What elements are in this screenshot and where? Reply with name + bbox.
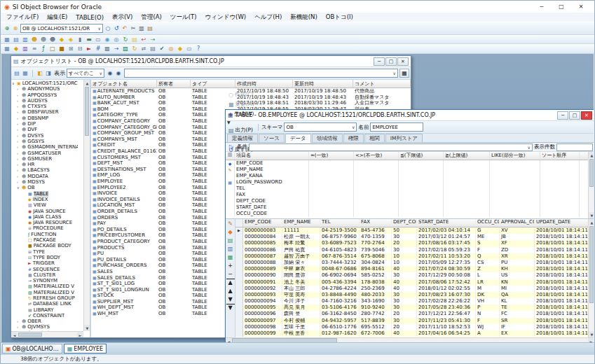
tree-schema-ober[interactable]: ›☻OBER	[12, 318, 78, 324]
new-trigger-icon[interactable]: ►	[85, 46, 93, 53]
new-sequence-icon[interactable]: #	[94, 46, 102, 53]
condition-row-emp_code[interactable]: ◆EMP_CODE	[226, 160, 588, 167]
tree-schema-mddata[interactable]: ›☻MDDATA	[12, 174, 78, 179]
tab-storage[interactable]: 領域情報	[312, 134, 343, 142]
new-procedure-icon[interactable]: ≡	[30, 46, 39, 53]
new-type-body-icon[interactable]: ⊟	[76, 46, 84, 53]
objwin-minimize-button[interactable]: ─	[374, 57, 385, 66]
tree-schema-mdsys[interactable]: ›☻MDSYS	[12, 179, 78, 185]
new-package-body-icon[interactable]: ■	[57, 46, 66, 53]
column-header[interactable]: =(一致)	[309, 152, 354, 160]
condition-cell[interactable]	[540, 186, 580, 192]
column-header[interactable]: <>(不一致)	[354, 152, 399, 160]
tree-schema-gsmadmin_internal[interactable]: ›☻GSMADMIN_INTERNAL	[12, 144, 78, 150]
tree-vertical-scrollbar[interactable]: ▲ ▼	[83, 80, 90, 331]
tree-schema-dvsys[interactable]: ›☻DVSYS	[12, 133, 78, 139]
condition-cell[interactable]	[354, 198, 399, 204]
data-row[interactable]: 0000000099中根 里香012-987-1620672-700640201…	[235, 330, 588, 337]
condition-cell[interactable]	[309, 167, 354, 173]
data-row[interactable]: 0000000088加納 栄々03-7444-3232304-082410201…	[235, 260, 588, 266]
condition-cell[interactable]	[309, 198, 354, 204]
empwin-minimize-button[interactable]: ─	[557, 111, 568, 120]
tree-schema-lbacsys[interactable]: ›☻LBACSYS	[12, 167, 78, 173]
condition-cell[interactable]	[354, 167, 399, 173]
condition-cell[interactable]	[444, 211, 490, 217]
condition-cell[interactable]	[490, 198, 540, 204]
column-header[interactable]: EMP_CODE	[243, 219, 282, 227]
condition-cell[interactable]	[540, 211, 580, 217]
tab-definition[interactable]: 定義情報	[227, 134, 258, 142]
column-header[interactable]: LIKE(部分一致)	[490, 152, 540, 160]
session-browser-icon[interactable]: ◆	[176, 46, 184, 53]
tree-item-materialized-v[interactable]: ▨MATERIALIZED V	[12, 290, 78, 295]
recycle-bin-icon[interactable]: ◎	[167, 46, 175, 53]
data-row[interactable]: ▶00000000831111104-2519-3500845-47365020…	[235, 227, 588, 234]
condition-run-icon[interactable]: ▷	[227, 144, 235, 151]
new-view-icon[interactable]: ▥	[21, 46, 29, 53]
condition-cell[interactable]	[540, 204, 580, 211]
condition-cell[interactable]	[354, 186, 399, 192]
maximize-button[interactable]: □	[552, 1, 571, 12]
tree-schema-appqossys[interactable]: ›☻APPQOSSYS	[12, 92, 78, 98]
report-icon[interactable]: ▦	[226, 253, 235, 261]
first-row-icon[interactable]: ▲	[226, 279, 235, 286]
column-header[interactable]: EMP_NAME	[282, 219, 320, 227]
menu-item-view[interactable]: 表示(V)	[108, 13, 137, 22]
condition-cell[interactable]	[444, 198, 490, 204]
menu-item-window[interactable]: ウィンドウ(W)	[201, 13, 251, 22]
window-cascade-icon[interactable]: ▦	[3, 36, 11, 43]
tree-toggle-icon[interactable]: ▤	[13, 69, 21, 77]
data-row[interactable]: 0000000090岡田 亜弥06-6902-0694585-025230201…	[235, 272, 588, 279]
column-header[interactable]: 作成日時	[235, 80, 293, 88]
employee-titlebar[interactable]: ▦ TABLE - OB.EMPLOYEE @ LOCALHOST:1521/O…	[226, 110, 594, 121]
menu-item-ob-toko[interactable]: OBトコ(I)	[322, 13, 357, 22]
generate-dropdown-icon[interactable]: ▼	[227, 120, 231, 125]
data-grid-vertical-scrollbar[interactable]: ▲ ▼	[588, 219, 594, 337]
condition-cell[interactable]	[540, 192, 580, 198]
data-row[interactable]: 0000000084松原 一朗太06-8757-9960470-13593020…	[235, 234, 588, 240]
new-refresh-group-icon[interactable]: ↻	[130, 46, 139, 53]
tree-schema-gsmcatuser[interactable]: ›☻GSMCATUSER	[12, 150, 78, 156]
new-cluster-icon[interactable]: ▩	[103, 46, 111, 53]
tree-item-database-link[interactable]: ⇄DATABASE LINK	[12, 301, 78, 307]
objwin-close-button[interactable]: ✕	[397, 57, 409, 66]
column-header[interactable]: DEPT_CODE	[392, 219, 417, 227]
user-add-icon[interactable]: ☻	[30, 36, 39, 43]
scroll-up-icon[interactable]: ▲	[589, 219, 594, 225]
taskbar-button-objectlist[interactable]: ▣OB@LOCALHO…	[2, 344, 62, 354]
condition-cell[interactable]	[490, 204, 540, 211]
data-row[interactable]: 0000000087越智 万由子067-876-3514675-80681020…	[235, 253, 588, 260]
next-row-icon[interactable]: ▼	[226, 295, 235, 303]
user-icon[interactable]: ☻	[39, 36, 48, 43]
tree-item-library[interactable]: ▤LIBRARY	[12, 307, 78, 313]
column-header[interactable]: 更新日時	[293, 80, 353, 88]
condition-cell[interactable]	[444, 167, 490, 173]
data-row[interactable]: 0000000086戸田 祐寛04-6105-4823739-504630201…	[235, 247, 588, 253]
new-table-icon[interactable]: ▦	[3, 46, 11, 53]
tree-schema-ctxsys[interactable]: ›☻CTXSYS	[12, 104, 78, 109]
rollback-icon[interactable]: ↺	[112, 24, 121, 32]
scroll-thumb[interactable]	[589, 159, 594, 187]
scroll-up-icon[interactable]: ▲	[84, 80, 90, 86]
new-constraint-icon[interactable]: ✔	[158, 46, 166, 53]
data-row[interactable]: 0000000091池上 冬美005-436-3394178-803840201…	[235, 279, 588, 286]
column-header[interactable]: START_DATE	[417, 219, 476, 227]
object-list-icon[interactable]: ▥	[21, 36, 29, 43]
tree-item-table[interactable]: ▦TABLE	[12, 191, 78, 197]
copy-grid-icon[interactable]: ▥	[226, 245, 235, 253]
sort-desc-icon[interactable]: ◨	[44, 69, 53, 77]
tree-item-package-body[interactable]: ■PACKAGE BODY	[12, 243, 78, 248]
sort-asc-icon[interactable]: ◧	[36, 69, 44, 77]
export-rows-icon[interactable]: ▤	[226, 237, 235, 244]
column-header[interactable]: 項目名	[235, 152, 309, 160]
scroll-down-icon[interactable]: ▼	[84, 325, 90, 331]
new-package-icon[interactable]: □	[48, 46, 57, 53]
menu-item-edit[interactable]: 編集(E)	[43, 13, 71, 22]
column-header[interactable]: 所有者	[157, 80, 191, 88]
tree-horizontal-scrollbar[interactable]: ◄ ►	[11, 331, 83, 337]
tree-item-refresh-group[interactable]: ↻REFRESH GROUP	[12, 295, 78, 301]
column-header[interactable]: FAX	[360, 219, 392, 227]
condition-cell[interactable]	[309, 160, 354, 167]
tree-schema-ggsys[interactable]: ›☻GGSYS	[12, 139, 78, 144]
column-header[interactable]: APPROVAL_CODE	[500, 219, 535, 227]
